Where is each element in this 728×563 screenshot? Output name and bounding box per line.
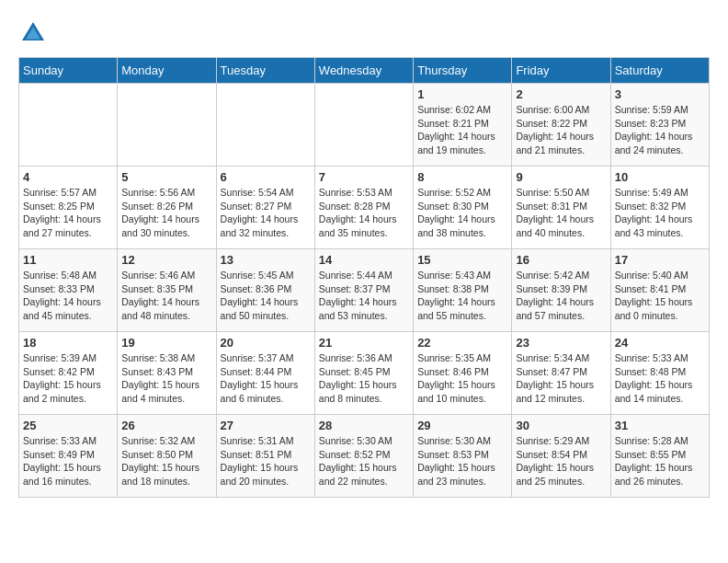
day-info: Sunrise: 5:59 AM Sunset: 8:23 PM Dayligh… [615, 103, 705, 157]
calendar-cell: 4Sunrise: 5:57 AM Sunset: 8:25 PM Daylig… [19, 167, 118, 249]
day-number: 19 [121, 336, 211, 350]
calendar-cell: 7Sunrise: 5:53 AM Sunset: 8:28 PM Daylig… [314, 167, 413, 249]
day-info: Sunrise: 5:35 AM Sunset: 8:46 PM Dayligh… [417, 351, 507, 406]
calendar-week-row: 1Sunrise: 6:02 AM Sunset: 8:21 PM Daylig… [19, 84, 710, 167]
day-number: 5 [121, 170, 211, 184]
day-info: Sunrise: 5:29 AM Sunset: 8:54 PM Dayligh… [516, 434, 606, 488]
logo-icon [18, 18, 48, 48]
day-number: 30 [516, 419, 606, 432]
calendar-cell: 15Sunrise: 5:43 AM Sunset: 8:38 PM Dayli… [414, 249, 512, 332]
day-info: Sunrise: 5:56 AM Sunset: 8:26 PM Dayligh… [121, 186, 211, 240]
calendar-cell: 22Sunrise: 5:35 AM Sunset: 8:46 PM Dayli… [414, 332, 512, 415]
calendar-week-row: 4Sunrise: 5:57 AM Sunset: 8:25 PM Daylig… [19, 167, 710, 249]
day-info: Sunrise: 5:39 AM Sunset: 8:42 PM Dayligh… [23, 351, 113, 406]
calendar-cell: 25Sunrise: 5:33 AM Sunset: 8:49 PM Dayli… [19, 415, 118, 498]
day-number: 9 [516, 170, 606, 184]
calendar-cell: 11Sunrise: 5:48 AM Sunset: 8:33 PM Dayli… [19, 249, 118, 332]
day-info: Sunrise: 6:02 AM Sunset: 8:21 PM Dayligh… [417, 103, 507, 157]
day-info: Sunrise: 5:34 AM Sunset: 8:47 PM Dayligh… [516, 351, 606, 406]
calendar-cell: 2Sunrise: 6:00 AM Sunset: 8:22 PM Daylig… [512, 84, 610, 167]
calendar-cell: 18Sunrise: 5:39 AM Sunset: 8:42 PM Dayli… [19, 332, 118, 415]
day-info: Sunrise: 5:54 AM Sunset: 8:27 PM Dayligh… [221, 186, 311, 240]
calendar-cell: 23Sunrise: 5:34 AM Sunset: 8:47 PM Dayli… [512, 332, 610, 415]
day-info: Sunrise: 5:50 AM Sunset: 8:31 PM Dayligh… [516, 186, 606, 240]
day-of-week-header: Monday [118, 58, 216, 84]
day-info: Sunrise: 5:40 AM Sunset: 8:41 PM Dayligh… [615, 269, 705, 323]
day-number: 22 [417, 336, 507, 350]
page-header [18, 18, 710, 48]
day-info: Sunrise: 5:44 AM Sunset: 8:37 PM Dayligh… [319, 269, 409, 323]
calendar-cell: 1Sunrise: 6:02 AM Sunset: 8:21 PM Daylig… [414, 84, 512, 167]
day-number: 29 [417, 419, 507, 432]
day-of-week-header: Saturday [610, 58, 709, 84]
day-info: Sunrise: 5:52 AM Sunset: 8:30 PM Dayligh… [417, 186, 507, 240]
calendar-cell: 20Sunrise: 5:37 AM Sunset: 8:44 PM Dayli… [216, 332, 314, 415]
day-number: 10 [615, 170, 705, 184]
day-number: 7 [319, 170, 409, 184]
calendar-cell: 8Sunrise: 5:52 AM Sunset: 8:30 PM Daylig… [414, 167, 512, 249]
day-number: 11 [23, 253, 113, 267]
day-info: Sunrise: 5:30 AM Sunset: 8:52 PM Dayligh… [319, 434, 409, 488]
calendar-cell [118, 84, 216, 167]
day-number: 20 [221, 336, 311, 350]
day-number: 27 [221, 419, 311, 432]
calendar-cell [19, 84, 118, 167]
day-info: Sunrise: 5:49 AM Sunset: 8:32 PM Dayligh… [615, 186, 705, 240]
day-of-week-header: Tuesday [216, 58, 314, 84]
day-info: Sunrise: 5:30 AM Sunset: 8:53 PM Dayligh… [417, 434, 507, 488]
calendar-cell: 19Sunrise: 5:38 AM Sunset: 8:43 PM Dayli… [118, 332, 216, 415]
calendar-cell: 9Sunrise: 5:50 AM Sunset: 8:31 PM Daylig… [512, 167, 610, 249]
day-info: Sunrise: 5:53 AM Sunset: 8:28 PM Dayligh… [319, 186, 409, 240]
day-number: 8 [417, 170, 507, 184]
calendar-cell: 29Sunrise: 5:30 AM Sunset: 8:53 PM Dayli… [414, 415, 512, 498]
day-of-week-header: Friday [512, 58, 610, 84]
day-number: 26 [121, 419, 211, 432]
calendar-week-row: 18Sunrise: 5:39 AM Sunset: 8:42 PM Dayli… [19, 332, 710, 415]
day-of-week-header: Thursday [414, 58, 512, 84]
day-info: Sunrise: 5:46 AM Sunset: 8:35 PM Dayligh… [121, 269, 211, 323]
day-number: 31 [615, 419, 705, 432]
day-number: 14 [319, 253, 409, 267]
day-number: 18 [23, 336, 113, 350]
day-info: Sunrise: 5:33 AM Sunset: 8:48 PM Dayligh… [615, 351, 705, 406]
day-info: Sunrise: 5:45 AM Sunset: 8:36 PM Dayligh… [221, 269, 311, 323]
calendar-cell: 24Sunrise: 5:33 AM Sunset: 8:48 PM Dayli… [610, 332, 709, 415]
day-info: Sunrise: 5:38 AM Sunset: 8:43 PM Dayligh… [121, 351, 211, 406]
day-info: Sunrise: 5:43 AM Sunset: 8:38 PM Dayligh… [417, 269, 507, 323]
calendar-week-row: 11Sunrise: 5:48 AM Sunset: 8:33 PM Dayli… [19, 249, 710, 332]
day-number: 28 [319, 419, 409, 432]
calendar-table: SundayMondayTuesdayWednesdayThursdayFrid… [18, 57, 710, 498]
day-info: Sunrise: 5:36 AM Sunset: 8:45 PM Dayligh… [319, 351, 409, 406]
day-number: 12 [121, 253, 211, 267]
day-number: 25 [23, 419, 113, 432]
day-info: Sunrise: 5:32 AM Sunset: 8:50 PM Dayligh… [121, 434, 211, 488]
calendar-cell: 10Sunrise: 5:49 AM Sunset: 8:32 PM Dayli… [610, 167, 709, 249]
day-number: 6 [221, 170, 311, 184]
calendar-cell: 28Sunrise: 5:30 AM Sunset: 8:52 PM Dayli… [314, 415, 413, 498]
day-info: Sunrise: 5:48 AM Sunset: 8:33 PM Dayligh… [23, 269, 113, 323]
day-info: Sunrise: 5:31 AM Sunset: 8:51 PM Dayligh… [221, 434, 311, 488]
calendar-cell: 31Sunrise: 5:28 AM Sunset: 8:55 PM Dayli… [610, 415, 709, 498]
calendar-cell: 3Sunrise: 5:59 AM Sunset: 8:23 PM Daylig… [610, 84, 709, 167]
days-of-week-row: SundayMondayTuesdayWednesdayThursdayFrid… [19, 58, 710, 84]
day-number: 21 [319, 336, 409, 350]
day-number: 1 [417, 87, 507, 101]
calendar-cell: 13Sunrise: 5:45 AM Sunset: 8:36 PM Dayli… [216, 249, 314, 332]
logo [18, 18, 51, 48]
calendar-body: 1Sunrise: 6:02 AM Sunset: 8:21 PM Daylig… [19, 84, 710, 498]
day-of-week-header: Sunday [19, 58, 118, 84]
day-number: 16 [516, 253, 606, 267]
calendar-cell: 5Sunrise: 5:56 AM Sunset: 8:26 PM Daylig… [118, 167, 216, 249]
day-info: Sunrise: 5:42 AM Sunset: 8:39 PM Dayligh… [516, 269, 606, 323]
day-info: Sunrise: 5:37 AM Sunset: 8:44 PM Dayligh… [221, 351, 311, 406]
calendar-cell: 6Sunrise: 5:54 AM Sunset: 8:27 PM Daylig… [216, 167, 314, 249]
calendar-cell: 30Sunrise: 5:29 AM Sunset: 8:54 PM Dayli… [512, 415, 610, 498]
day-number: 24 [615, 336, 705, 350]
calendar-cell [216, 84, 314, 167]
calendar-header: SundayMondayTuesdayWednesdayThursdayFrid… [19, 58, 710, 84]
calendar-cell [314, 84, 413, 167]
day-number: 4 [23, 170, 113, 184]
calendar-cell: 16Sunrise: 5:42 AM Sunset: 8:39 PM Dayli… [512, 249, 610, 332]
day-number: 23 [516, 336, 606, 350]
calendar-cell: 21Sunrise: 5:36 AM Sunset: 8:45 PM Dayli… [314, 332, 413, 415]
